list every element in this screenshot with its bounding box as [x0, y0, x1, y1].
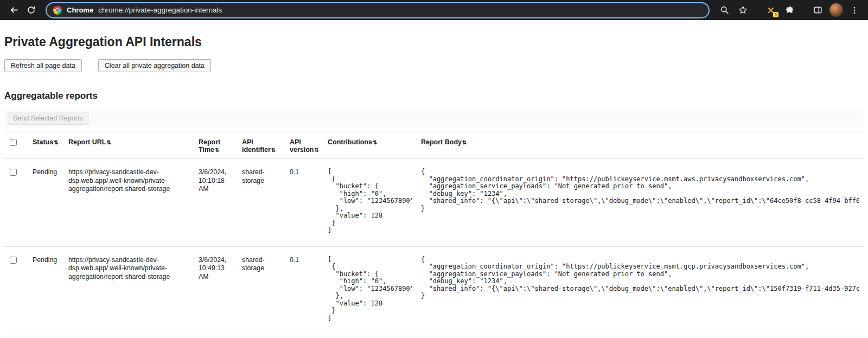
contributions-json: [ { "bucket": { "high": "0", "low": "123… — [328, 256, 412, 322]
header-status[interactable]: Status⇅ — [28, 132, 64, 159]
sort-icon: ⇅ — [215, 147, 219, 153]
header-api-version-label: API version — [290, 138, 314, 154]
contributions-cell: [ { "bucket": { "high": "0", "low": "123… — [323, 246, 417, 334]
table-controls: Send Selected Reports — [4, 109, 864, 127]
menu-kebab-icon — [850, 6, 859, 15]
header-status-label: Status — [33, 138, 53, 146]
zoom-button[interactable] — [716, 2, 732, 18]
report-url-cell: https://privacy-sandcastle-dev-dsp.web.a… — [64, 159, 194, 247]
sort-icon: ⇅ — [106, 139, 111, 145]
contributions-cell: [ { "bucket": { "high": "0", "low": "123… — [323, 159, 417, 247]
chrome-logo-icon — [53, 6, 62, 15]
profile-avatar — [829, 3, 843, 17]
side-panel-icon — [813, 5, 822, 15]
api-version-cell: 0.1 — [285, 246, 323, 334]
status-cell: Pending — [28, 159, 64, 247]
api-version-cell: 0.1 — [285, 159, 323, 247]
row-select-cell — [4, 246, 28, 334]
header-api-identifier[interactable]: API identifier⇅ — [238, 132, 285, 159]
extension-badge: 1 — [773, 12, 778, 17]
status-cell: Pending — [28, 246, 64, 334]
header-api-identifier-label: API identifier — [242, 138, 271, 154]
select-all-checkbox[interactable] — [10, 139, 17, 146]
report-time-cell: 3/6/2024, 10:10:18 AM — [194, 159, 238, 247]
report-body-cell: { "aggregation_coordinator_origin": "htt… — [417, 159, 864, 247]
report-body-cell: { "aggregation_coordinator_origin": "htt… — [417, 246, 864, 334]
sort-icon: ⇅ — [314, 147, 318, 153]
row-checkbox[interactable] — [10, 169, 17, 176]
header-report-body-label: Report Body — [421, 138, 462, 146]
side-panel-button[interactable] — [809, 2, 826, 18]
page-content: Private Aggregation API Internals Refres… — [0, 35, 868, 334]
extensions-button[interactable] — [781, 2, 797, 18]
api-identifier-cell: shared-storage — [238, 159, 285, 247]
header-report-url-label: Report URL — [68, 138, 106, 146]
reload-icon — [27, 5, 36, 15]
omnibox-url-text: chrome://private-aggregation-internals — [98, 6, 222, 14]
address-bar[interactable]: Chrome chrome://private-aggregation-inte… — [46, 2, 710, 18]
toolbar-right-icons: 1 — [716, 2, 863, 18]
pinned-extension-button[interactable]: 1 — [763, 2, 779, 18]
header-report-body[interactable]: Report Body⇅ — [417, 132, 864, 159]
sort-icon: ⇅ — [462, 139, 467, 145]
omnibox-brand-label: Chrome — [67, 6, 93, 14]
refresh-all-button[interactable]: Refresh all page data — [4, 59, 82, 72]
bookmark-button[interactable] — [735, 2, 751, 18]
browser-menu-button[interactable] — [846, 2, 863, 18]
bookmark-star-icon — [738, 5, 748, 15]
back-icon — [9, 5, 18, 15]
row-checkbox[interactable] — [10, 257, 17, 264]
sort-icon: ⇅ — [373, 139, 377, 145]
section-title: Aggregatable reports — [4, 91, 864, 101]
select-all-header — [4, 132, 28, 159]
profile-button[interactable] — [828, 2, 844, 18]
api-identifier-cell: shared-storage — [238, 246, 285, 334]
table-row: Pending https://privacy-sandcastle-dev-d… — [4, 246, 864, 334]
header-contributions[interactable]: Contributions⇅ — [323, 132, 417, 159]
back-button[interactable] — [5, 2, 22, 18]
header-report-time[interactable]: Report Time⇅ — [194, 132, 238, 159]
clear-all-button[interactable]: Clear all private aggregation data — [98, 59, 211, 72]
sort-icon: ⇅ — [54, 139, 58, 145]
page-title: Private Aggregation API Internals — [4, 35, 864, 49]
browser-toolbar: Chrome chrome://private-aggregation-inte… — [0, 0, 868, 20]
page-buttons: Refresh all page data Clear all private … — [4, 59, 864, 72]
contributions-json: [ { "bucket": { "high": "0", "low": "123… — [328, 168, 412, 234]
report-body-json: { "aggregation_coordinator_origin": "htt… — [421, 168, 859, 212]
header-api-version[interactable]: API version⇅ — [285, 132, 323, 159]
reload-button[interactable] — [23, 2, 39, 18]
search-icon — [720, 5, 729, 15]
table-header-row: Status⇅ Report URL⇅ Report Time⇅ API ide… — [4, 132, 864, 159]
report-time-cell: 3/6/2024, 10:49:13 AM — [194, 246, 238, 334]
sort-icon: ⇅ — [271, 147, 276, 153]
table-row: Pending https://privacy-sandcastle-dev-d… — [4, 159, 864, 247]
send-selected-reports-button[interactable]: Send Selected Reports — [8, 112, 88, 125]
row-select-cell — [4, 159, 28, 247]
reports-table: Status⇅ Report URL⇅ Report Time⇅ API ide… — [4, 132, 864, 334]
report-url-cell: https://privacy-sandcastle-dev-dsp.web.a… — [64, 246, 194, 334]
header-contributions-label: Contributions — [328, 138, 372, 146]
report-body-json: { "aggregation_coordinator_origin": "htt… — [421, 256, 859, 300]
extensions-puzzle-icon — [785, 5, 794, 15]
header-report-url[interactable]: Report URL⇅ — [64, 132, 194, 159]
